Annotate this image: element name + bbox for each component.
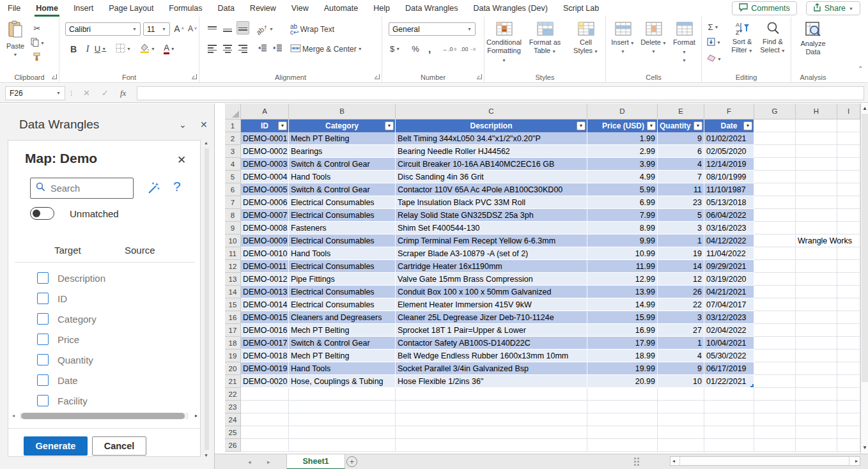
filter-button-E1[interactable]: ▼: [694, 121, 702, 130]
merge-center-button[interactable]: Merge & Center ▼: [290, 42, 362, 56]
column-header-H[interactable]: H: [796, 104, 837, 119]
cell-H22[interactable]: [796, 388, 837, 401]
cell-A8[interactable]: DEMO-0007: [241, 209, 289, 222]
ribbon-tab-home[interactable]: Home: [28, 0, 66, 17]
cell-C22[interactable]: [396, 388, 587, 401]
cell-D13[interactable]: 12.99: [587, 273, 658, 286]
sheet-nav-left-icon[interactable]: ◂: [248, 459, 251, 465]
cell-H18[interactable]: [796, 337, 837, 350]
hscroll-main-thumb[interactable]: [679, 457, 849, 465]
cell-B16[interactable]: Cleaners and Degreasers: [289, 311, 396, 324]
increase-indent-button[interactable]: [271, 42, 284, 56]
decrease-font-button[interactable]: A˅: [186, 22, 199, 35]
row-header-20[interactable]: 20: [225, 362, 241, 375]
font-name-select[interactable]: Calibri▼: [65, 22, 141, 36]
cell-H9[interactable]: [796, 222, 837, 235]
find-select-button[interactable]: Find &Select ▼: [758, 17, 787, 73]
cell-E4[interactable]: 4: [658, 158, 704, 171]
align-middle-button[interactable]: [221, 22, 234, 36]
cell-C6[interactable]: Contactor 110V 65A Ac 4Pole AB100C30KD00: [396, 183, 587, 196]
cell-E18[interactable]: 1: [658, 337, 704, 350]
row-header-7[interactable]: 7: [225, 196, 241, 209]
ribbon-tab-help[interactable]: Help: [366, 0, 398, 17]
align-bottom-button[interactable]: [236, 21, 249, 35]
cell-I26[interactable]: [837, 439, 860, 452]
ribbon-tab-data-wrangles-dev-[interactable]: Data Wrangles (Dev): [465, 0, 555, 17]
cell-E23[interactable]: [658, 401, 704, 413]
ribbon-tab-automate[interactable]: Automate: [316, 0, 366, 17]
column-header-D[interactable]: D: [587, 104, 658, 119]
cell-A14[interactable]: DEMO-0013: [241, 286, 289, 298]
font-color-button[interactable]: A ▼: [163, 42, 176, 56]
cell-I8[interactable]: [837, 209, 860, 222]
cell-H23[interactable]: [796, 401, 837, 413]
cell-C9[interactable]: Shim Set F400544-130: [396, 222, 587, 235]
row-header-1[interactable]: 1: [225, 119, 241, 132]
cell-A9[interactable]: DEMO-0008: [241, 222, 289, 235]
name-box-splitter[interactable]: ⁞: [65, 89, 77, 97]
cell-F5[interactable]: 08/10/1999: [704, 171, 754, 183]
filter-button-D1[interactable]: ▼: [647, 121, 656, 130]
row-header-24[interactable]: 24: [225, 413, 241, 426]
cell-A21[interactable]: DEMO-0020: [241, 375, 289, 388]
cell-B15[interactable]: Electrical Consumables: [289, 298, 396, 311]
filter-button-C1[interactable]: ▼: [577, 121, 585, 130]
cell-A19[interactable]: DEMO-0018: [241, 350, 289, 362]
sort-filter-button[interactable]: AZSort &Filter ▼: [727, 17, 757, 73]
cell-F19[interactable]: 05/30/2022: [704, 350, 754, 362]
paste-button[interactable]: Paste ▼: [3, 17, 27, 73]
cell-E1[interactable]: Quantity▼: [658, 119, 704, 132]
cell-F15[interactable]: 07/04/2017: [704, 298, 754, 311]
cell-G26[interactable]: [754, 439, 796, 452]
cell-I6[interactable]: [837, 183, 860, 196]
cell-A2[interactable]: DEMO-0001: [241, 132, 289, 145]
tabbar-resize-handle[interactable]: [634, 457, 636, 459]
row-header-13[interactable]: 13: [225, 273, 241, 286]
name-box[interactable]: F26 ▼: [5, 86, 65, 100]
cell-D25[interactable]: [587, 426, 658, 439]
underline-button[interactable]: U ▼: [94, 42, 107, 56]
cell-I12[interactable]: [837, 260, 860, 273]
cell-B18[interactable]: Switch & Control Gear: [289, 337, 396, 350]
cell-B3[interactable]: Bearings: [289, 145, 396, 158]
row-header-10[interactable]: 10: [225, 235, 241, 247]
cell-G10[interactable]: [754, 235, 796, 247]
column-header-A[interactable]: A: [241, 104, 289, 119]
formula-input[interactable]: [137, 86, 864, 100]
cell-D9[interactable]: 8.99: [587, 222, 658, 235]
ribbon-tab-data-wrangles[interactable]: Data Wrangles: [398, 0, 465, 17]
cell-C20[interactable]: Socket Parallel 3/4in Galvanized Bsp: [396, 362, 587, 375]
row-header-2[interactable]: 2: [225, 132, 241, 145]
cell-H25[interactable]: [796, 426, 837, 439]
cell-D24[interactable]: [587, 413, 658, 426]
insert-button[interactable]: Insert ▼▼: [610, 17, 637, 73]
cell-H3[interactable]: [796, 145, 837, 158]
increase-decimal-button[interactable]: ←.00: [442, 42, 456, 56]
cell-F7[interactable]: 05/13/2018: [704, 196, 754, 209]
confirm-entry-icon[interactable]: ✓: [96, 88, 114, 98]
cell-F13[interactable]: 03/19/2020: [704, 273, 754, 286]
search-input[interactable]: Search: [30, 178, 134, 199]
vertical-scrollbar[interactable]: ▲ ▼: [860, 104, 868, 454]
cell-H14[interactable]: [796, 286, 837, 298]
row-header-14[interactable]: 14: [225, 286, 241, 298]
decrease-indent-button[interactable]: [256, 42, 268, 56]
cell-B4[interactable]: Switch & Control Gear: [289, 158, 396, 171]
cell-B19[interactable]: Mech PT Belting: [289, 350, 396, 362]
generate-button[interactable]: Generate: [24, 436, 88, 456]
cell-H24[interactable]: [796, 413, 837, 426]
field-checkbox-description[interactable]: [37, 272, 49, 284]
cell-E24[interactable]: [658, 413, 704, 426]
collapse-ribbon-icon[interactable]: ⌃: [858, 65, 863, 72]
cell-A7[interactable]: DEMO-0006: [241, 196, 289, 209]
cell-C13[interactable]: Valve Gate 15mm Brass Compression: [396, 273, 587, 286]
row-header-4[interactable]: 4: [225, 158, 241, 171]
cell-H2[interactable]: [796, 132, 837, 145]
cell-I11[interactable]: [837, 247, 860, 260]
cell-F10[interactable]: 04/12/2022: [704, 235, 754, 247]
ribbon-tab-insert[interactable]: Insert: [66, 0, 101, 17]
stray-cell-H10[interactable]: Wrangle Works: [796, 235, 837, 247]
filter-button-B1[interactable]: ▼: [385, 121, 394, 130]
row-header-9[interactable]: 9: [225, 222, 241, 235]
cell-B7[interactable]: Electrical Consumables: [289, 196, 396, 209]
